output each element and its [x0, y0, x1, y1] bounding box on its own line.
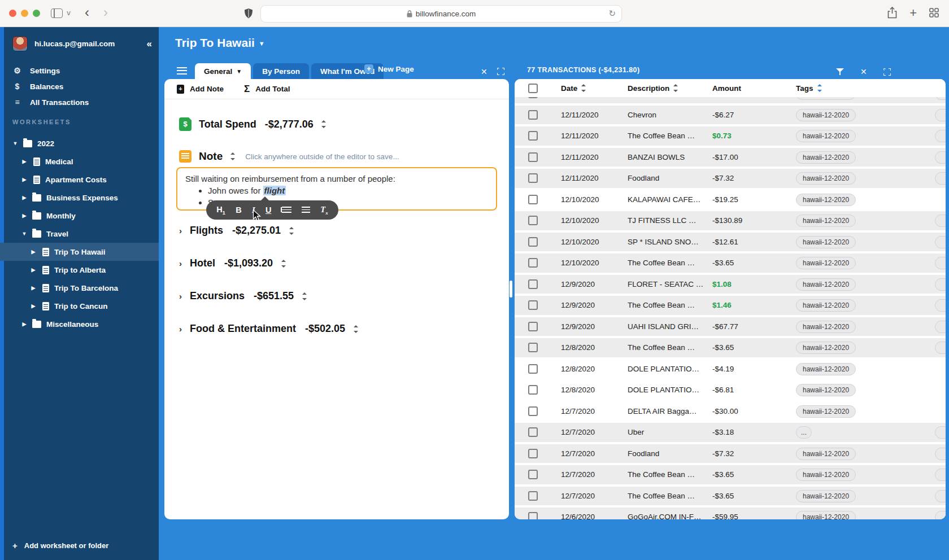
table-row[interactable]: 12/10/2020 KALAPAWAI CAFE… -$19.25 hawai… [515, 190, 946, 209]
panel-resize-handle[interactable] [510, 281, 512, 298]
bold-button[interactable]: B [236, 205, 241, 215]
row-checkbox[interactable] [528, 131, 538, 141]
tag-pill-clipped[interactable] [935, 469, 946, 481]
tag-pill[interactable]: hawaii-12-2020 [796, 469, 856, 481]
caret-icon[interactable]: ▼ [12, 141, 18, 146]
row-checkbox[interactable] [528, 216, 538, 225]
heading-button[interactable]: H1 [216, 205, 225, 216]
tag-pill[interactable]: hawaii-12-2020 [796, 342, 856, 354]
tag-pill-clipped[interactable] [935, 215, 946, 227]
select-all-checkbox[interactable] [528, 84, 538, 93]
section-hotel[interactable]: › Hotel -$1,093.20 [179, 257, 285, 269]
tag-pill[interactable]: hawaii-12-2020 [796, 278, 856, 291]
column-header-date[interactable]: Date [561, 84, 585, 93]
row-checkbox[interactable] [528, 279, 538, 289]
table-row[interactable]: 12/11/2020 Foodland -$7.32 hawaii-12-202… [515, 169, 946, 188]
tag-pill-clipped[interactable] [935, 426, 946, 439]
add-worksheet-button[interactable]: + Add worksheet or folder [12, 541, 108, 550]
tag-pill-clipped[interactable] [935, 257, 946, 269]
close-window-button[interactable] [9, 10, 16, 17]
tag-pill-clipped[interactable] [935, 511, 946, 519]
add-total-button[interactable]: Σ Add Total [244, 84, 290, 95]
tag-pill[interactable]: hawaii-12-2020 [796, 236, 856, 248]
new-tab-icon[interactable]: + [909, 8, 917, 18]
column-header-amount[interactable]: Amount [712, 84, 741, 93]
table-row[interactable]: 12/11/2020 Chevron -$6.27 hawaii-12-2020 [515, 106, 946, 125]
tag-pill[interactable]: hawaii-12-2020 [796, 384, 856, 396]
table-row[interactable]: 12/8/2020 DOLE PLANTATIO… -$6.81 hawaii-… [515, 380, 946, 400]
share-icon[interactable] [887, 7, 897, 19]
row-checkbox[interactable] [528, 322, 538, 331]
sidebar-item-2022[interactable]: ▼ 2022 [0, 134, 159, 152]
tag-pill[interactable]: hawaii-12-2020 [796, 215, 856, 227]
sidebar-item-trip-to-alberta[interactable]: ▶ Trip to Alberta [0, 261, 159, 279]
sort-icon[interactable] [353, 325, 358, 333]
table-row[interactable]: 12/9/2020 The Coffee Bean … $1.46 hawaii… [515, 296, 946, 315]
tag-pill[interactable]: hawaii-12-2020 [796, 511, 856, 519]
column-header-tags[interactable]: Tags [796, 84, 821, 93]
sidebar-item-trip-to-cancun[interactable]: ▶ Trip to Cancun [0, 297, 159, 315]
sidebar-item-balances[interactable]: $ Balances [12, 80, 63, 93]
close-transactions-icon[interactable]: ✕ [860, 67, 867, 76]
tag-pill[interactable]: hawaii-12-2020 [796, 130, 856, 142]
avatar[interactable] [12, 36, 28, 51]
tag-pill[interactable]: hawaii-12-2020 [796, 321, 856, 333]
tag-pill-clipped[interactable] [935, 151, 946, 164]
table-row[interactable]: 12/11/2020 The Coffee Bean … $0.73 hawai… [515, 126, 946, 146]
total-spend-row[interactable]: $ Total Spend -$2,777.06 [179, 117, 325, 131]
table-row[interactable]: 12/8/2020 The Coffee Bean … -$3.65 hawai… [515, 338, 946, 357]
expand-panel-icon[interactable] [497, 68, 504, 75]
tag-pill-clipped[interactable] [935, 321, 946, 333]
caret-icon[interactable]: ▶ [21, 321, 27, 327]
browser-sidebar-icon[interactable] [51, 8, 63, 18]
sidebar-item-miscellaneous[interactable]: ▶ Miscellaneous [0, 315, 159, 333]
zoom-window-button[interactable] [33, 10, 40, 17]
collapse-sidebar-icon[interactable]: « [147, 38, 152, 50]
table-row[interactable]: 12/9/2020 UAHI ISLAND GRI… -$67.77 hawai… [515, 317, 946, 336]
note-row[interactable]: Note Click anywhere outside of the edito… [179, 150, 399, 163]
forward-button[interactable]: › [103, 5, 108, 20]
bullet-list-button[interactable] [302, 205, 310, 215]
tab-by-person[interactable]: By Person [253, 63, 309, 79]
row-checkbox[interactable] [528, 491, 538, 501]
tag-pill[interactable]: hawaii-12-2020 [796, 405, 856, 418]
minimize-window-button[interactable] [21, 10, 28, 17]
sort-icon[interactable] [230, 152, 234, 160]
close-panel-icon[interactable]: ✕ [481, 67, 487, 76]
table-row[interactable]: 12/8/2020 DOLE PLANTATIO… -$4.19 hawaii-… [515, 360, 946, 379]
caret-icon[interactable]: ▶ [21, 213, 27, 218]
tag-pill-clipped[interactable] [935, 299, 946, 312]
tag-pill-clipped[interactable] [935, 490, 946, 502]
row-checkbox[interactable] [528, 110, 538, 120]
table-row[interactable]: 12/11/2020 7-Eleven -$12.31 hawaii-12-20… [515, 97, 946, 103]
row-checkbox[interactable] [528, 512, 538, 519]
sidebar-item-all-transactions[interactable]: ≡ All Transactions [12, 95, 89, 109]
new-page-button[interactable]: + New Page [364, 64, 414, 73]
tag-pill-clipped[interactable] [935, 109, 946, 121]
table-row[interactable]: 12/7/2020 Uber -$3.18 ... [515, 423, 946, 442]
url-bar[interactable]: billowfinance.com ↻ [260, 5, 622, 23]
user-email[interactable]: hi.lucas.p@gmail.com [34, 40, 140, 48]
row-checkbox[interactable] [528, 385, 538, 395]
row-checkbox[interactable] [528, 343, 538, 352]
row-checkbox[interactable] [528, 173, 538, 183]
tag-pill[interactable]: hawaii-12-2020 [796, 363, 856, 375]
tag-pill-clipped[interactable] [935, 278, 946, 291]
caret-icon[interactable]: ▶ [21, 195, 27, 200]
sort-icon[interactable] [321, 120, 325, 128]
table-row[interactable]: 12/11/2020 BANZAI BOWLS -$17.00 hawaii-1… [515, 148, 946, 167]
row-checkbox[interactable] [528, 195, 538, 204]
table-row[interactable]: 12/7/2020 The Coffee Bean … -$3.65 hawai… [515, 487, 946, 506]
sort-icon[interactable] [289, 227, 293, 235]
sidebar-item-monthly[interactable]: ▶ Monthly [0, 207, 159, 225]
tag-pill[interactable]: hawaii-12-2020 [796, 490, 856, 502]
caret-icon[interactable]: ▼ [21, 231, 27, 237]
reload-icon[interactable]: ↻ [608, 8, 616, 19]
tag-pill[interactable]: hawaii-12-2020 [796, 151, 856, 164]
sidebar-item-travel[interactable]: ▼ Travel [0, 225, 159, 243]
tag-pill[interactable]: hawaii-12-2020 [796, 109, 856, 121]
expand-transactions-icon[interactable] [883, 68, 891, 76]
shield-icon[interactable] [244, 8, 253, 19]
row-checkbox[interactable] [528, 449, 538, 458]
ordered-list-button[interactable] [282, 205, 291, 215]
